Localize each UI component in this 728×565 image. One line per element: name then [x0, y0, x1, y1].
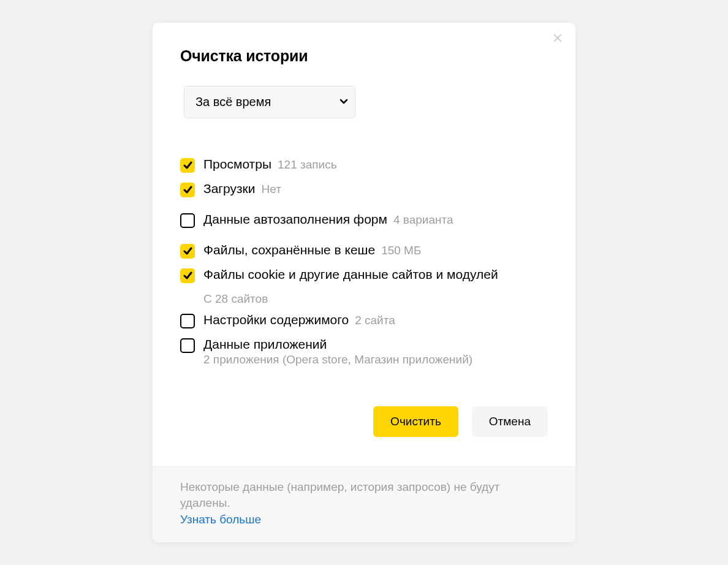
option-cookies: Файлы cookie и другие данные сайтов и мо…	[180, 263, 548, 287]
option-label: Данные автозаполнения форм	[203, 212, 387, 227]
option-content-settings: Настройки содержимого 2 сайта	[180, 308, 548, 333]
option-sub: С 28 сайтов	[203, 292, 268, 305]
cancel-button[interactable]: Отмена	[472, 406, 548, 437]
checkbox-downloads[interactable]	[180, 183, 195, 197]
chevron-down-icon	[339, 99, 348, 105]
option-cache: Файлы, сохранённые в кеше 150 МБ	[180, 238, 548, 263]
option-label: Загрузки	[203, 181, 256, 196]
option-label: Данные приложений	[203, 337, 327, 352]
time-range-select[interactable]: За всё время	[184, 86, 355, 118]
options-list: Просмотры 121 запись Загрузки Нет	[180, 146, 548, 371]
time-range-value: За всё время	[195, 95, 271, 109]
option-sub: 4 варианта	[393, 213, 453, 227]
dialog-actions: Очистить Отмена	[180, 401, 548, 442]
cookies-sub-indent: С 28 сайтов	[180, 292, 548, 306]
clear-history-dialog: Очистка истории За всё время	[153, 23, 575, 543]
time-range-wrap: За всё время	[180, 82, 359, 122]
footer-text: Некоторые данные (например, история запр…	[180, 479, 548, 528]
option-app-data: Данные приложений 2 приложения (Opera st…	[180, 333, 548, 371]
checkbox-content-settings[interactable]	[180, 314, 195, 328]
option-sub: Нет	[262, 183, 281, 196]
checkbox-autofill[interactable]	[180, 213, 195, 228]
clear-button-highlight: Очистить	[368, 401, 463, 442]
clear-button[interactable]: Очистить	[373, 406, 458, 437]
option-sub: 150 МБ	[381, 244, 421, 257]
option-label: Файлы, сохранённые в кеше	[203, 243, 375, 257]
option-autofill: Данные автозаполнения форм 4 варианта	[180, 208, 548, 232]
close-icon	[553, 33, 563, 43]
dialog-body: Очистка истории За всё время	[153, 23, 575, 466]
highlight-group-2: Файлы, сохранённые в кеше 150 МБ Файлы c…	[175, 235, 553, 291]
option-views: Просмотры 121 запись	[180, 153, 548, 177]
option-sub: 2 сайта	[355, 314, 395, 327]
option-sub: 121 запись	[278, 158, 337, 172]
dialog-footer: Некоторые данные (например, история запр…	[153, 466, 575, 543]
option-label: Настройки содержимого	[203, 313, 349, 327]
option-label: Просмотры	[203, 157, 271, 172]
option-downloads: Загрузки Нет	[180, 177, 548, 202]
checkbox-cookies[interactable]	[180, 268, 195, 283]
learn-more-link[interactable]: Узнать больше	[180, 512, 261, 528]
checkbox-views[interactable]	[180, 158, 195, 173]
checkbox-app-data[interactable]	[180, 338, 195, 353]
highlight-group-1: Просмотры 121 запись Загрузки Нет	[175, 149, 553, 205]
option-sub: 2 приложения (Opera store, Магазин прило…	[203, 353, 548, 366]
footer-message: Некоторые данные (например, история запр…	[180, 480, 499, 510]
checkbox-cache[interactable]	[180, 244, 195, 259]
close-button[interactable]	[551, 31, 564, 45]
option-label: Файлы cookie и другие данные сайтов и мо…	[203, 267, 498, 282]
dialog-title: Очистка истории	[180, 47, 548, 65]
